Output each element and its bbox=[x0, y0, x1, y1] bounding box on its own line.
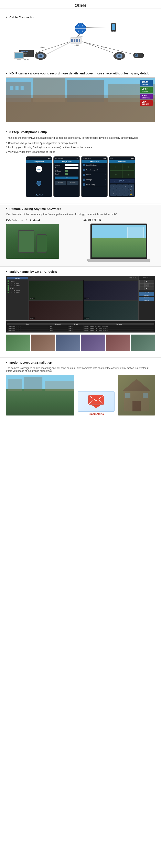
phone-app-title-1: vMEyeCloud bbox=[26, 160, 52, 163]
cms-ptz-control: ▲ ◄ ● ► ▼ bbox=[139, 280, 154, 290]
motion-outdoor-image bbox=[6, 375, 74, 415]
btn-advance[interactable]: Advance bbox=[139, 299, 154, 301]
svg-rect-8 bbox=[76, 39, 78, 42]
phone-status-bar-2: vMEyeCloud●●● bbox=[54, 157, 79, 160]
ptz-right[interactable]: ► bbox=[149, 283, 154, 287]
mobile-devices-image bbox=[6, 224, 59, 259]
section-sep-3 bbox=[0, 204, 161, 204]
ptz-upright[interactable] bbox=[149, 280, 154, 283]
log-msg-2: Contact Subject Card Tag to be done bbox=[84, 327, 154, 329]
svg-rect-53 bbox=[8, 379, 22, 391]
cms-cam-5[interactable]: 192.168.0.185 bbox=[7, 289, 28, 291]
cms-cell-label-2: CAM2 bbox=[84, 298, 89, 299]
cms-cam-6[interactable]: 192.168.0.108 bbox=[7, 291, 28, 294]
phone-content-3: Local Playback › Remote playback › Photo… bbox=[82, 163, 107, 197]
thumb-4 bbox=[81, 335, 105, 351]
svg-line-36 bbox=[82, 42, 113, 53]
remote-section-title: • Remote Viewing Anytime Anywhere bbox=[6, 207, 155, 211]
svg-text:Cable: Cable bbox=[41, 46, 45, 48]
log-header-event: Event bbox=[68, 323, 84, 325]
menu-item-local[interactable]: Local Playback › bbox=[82, 163, 107, 167]
cms-sidebar: Monitor CAMOV 192.168.0.101 192.168.0.10… bbox=[6, 276, 29, 320]
log-time-3: 2014-09-28 22:33:22 bbox=[7, 329, 48, 331]
btn-record[interactable]: Record bbox=[139, 292, 154, 294]
svg-rect-52 bbox=[6, 389, 74, 415]
svg-rect-39 bbox=[15, 53, 23, 58]
cms-cam-1[interactable]: CAMOV bbox=[7, 280, 28, 282]
phone-content-2: User ID: Password: Keep Password: Cloud:… bbox=[54, 163, 79, 197]
log-time-2: 2014-09-28 22:33:22 bbox=[7, 327, 48, 329]
ptz-downleft[interactable] bbox=[139, 287, 144, 290]
menu-item-settings[interactable]: Settings › bbox=[82, 178, 107, 182]
phone-screen-2: vMEyeCloud●●● vMEyeCloud User ID: Passwo… bbox=[53, 156, 80, 197]
ptz-center[interactable]: ● bbox=[144, 283, 149, 287]
cms-cell-2: CAM2 bbox=[84, 280, 138, 300]
multichannel-title: • Multi Channel by CMS/PC review bbox=[6, 270, 155, 274]
svg-line-16 bbox=[86, 27, 111, 27]
svg-rect-19 bbox=[23, 51, 25, 52]
cms-video-grid: CAM1 CAM2 CAM3 CAM4 bbox=[29, 280, 138, 320]
svg-rect-50 bbox=[21, 86, 24, 90]
ptz-downright[interactable] bbox=[149, 287, 154, 290]
page-title: Other bbox=[0, 0, 161, 9]
email-alert-container: Email Alerts bbox=[76, 391, 116, 415]
svg-rect-46 bbox=[67, 80, 104, 102]
resolution-image: 1080P1920×1080 960P1280×960 720P1280×720… bbox=[6, 78, 155, 122]
bullet-icon-6: • bbox=[6, 361, 7, 365]
ptz-down[interactable]: ▼ bbox=[144, 287, 149, 290]
phone-screen-1: 3G●●● vMEyeCloud MEye MEye Tech bbox=[26, 156, 52, 197]
section-sep-1 bbox=[0, 68, 161, 68]
ptz-up[interactable]: ▲ bbox=[144, 280, 149, 283]
camera-icon-1 bbox=[36, 181, 42, 186]
resolution-boxes: 1080P1920×1080 960P1280×960 720P1280×720… bbox=[140, 80, 153, 106]
log-msg-3: Contact Subject Card Tag to be done bbox=[84, 329, 154, 331]
svg-rect-7 bbox=[74, 39, 75, 42]
log-header-time: Time bbox=[7, 323, 48, 325]
cable-section-title: • Cable Connection bbox=[6, 15, 155, 19]
remote-platforms: iOS (pad&phone) / Android COM bbox=[6, 218, 155, 262]
hd-text: HD IP camera allows you to record more d… bbox=[9, 71, 149, 75]
thumb-1 bbox=[6, 335, 30, 351]
ptz-upleft[interactable] bbox=[139, 280, 144, 283]
cms-cell-3: CAM3 bbox=[29, 300, 83, 320]
res-1080-box: 1080P1920×1080 bbox=[140, 80, 153, 86]
svg-rect-45 bbox=[33, 78, 65, 102]
motion-section: • Motion Detection&Email Alert The camer… bbox=[0, 358, 161, 419]
step-3: 3.View Live Video from Smartphone or Tab… bbox=[6, 150, 155, 154]
cms-date-display: 2014-09-28 bbox=[139, 277, 154, 278]
computer-label: COMPUTER bbox=[83, 218, 155, 222]
cms-cam-3[interactable]: 192.168.0.108 bbox=[7, 285, 28, 287]
cms-toolbar: Monitor PTZ Control bbox=[29, 276, 138, 280]
res-vga-box: VGA640×480 bbox=[140, 100, 153, 106]
btn-capture[interactable]: Capture bbox=[139, 297, 154, 299]
email-icon-container bbox=[78, 391, 114, 412]
laptop-screen-content bbox=[92, 225, 146, 257]
cms-cam-2[interactable]: 192.168.0.101 bbox=[7, 282, 28, 285]
cms-cell-label-3: CAM3 bbox=[30, 317, 35, 319]
cms-log-table: Time Channel Event Message 2014-09-28 22… bbox=[7, 323, 154, 332]
ptz-left[interactable]: ◄ bbox=[139, 283, 144, 287]
multichannel-section: • Multi Channel by CMS/PC review Monitor… bbox=[0, 268, 161, 356]
bullet-icon-2: • bbox=[6, 71, 7, 75]
thumb-6 bbox=[131, 335, 155, 351]
cms-cam-4[interactable]: CAMP bbox=[7, 287, 28, 289]
hd-section-title: • HD IP camera allows you to record more… bbox=[6, 71, 155, 75]
log-msg-1: Contact Subject Remained to window bbox=[84, 325, 154, 327]
menu-item-about[interactable]: About & Help › bbox=[82, 183, 107, 187]
log-header-message: Message bbox=[84, 323, 154, 325]
log-chan-2: CAMP bbox=[48, 327, 68, 329]
svg-rect-54 bbox=[24, 377, 43, 391]
btn-playback[interactable]: Playback bbox=[139, 294, 154, 296]
cms-cell-1: CAM1 bbox=[29, 280, 83, 300]
log-time-1: 2014-09-28 22:33:22 bbox=[7, 325, 48, 327]
setup-steps: 1.Download VMEyecloud from Apple App Sto… bbox=[6, 141, 155, 154]
log-row-2: 2014-09-28 22:33:22 CAMP Motion Contact … bbox=[7, 327, 154, 329]
phone-content-4: + + + + MEye Tech Download Free - App St… bbox=[109, 163, 135, 197]
remote-section: • Remote Viewing Anytime Anywhere View l… bbox=[0, 205, 161, 266]
tablet-device bbox=[18, 230, 34, 253]
menu-item-photos[interactable]: Photos › bbox=[82, 173, 107, 177]
menu-item-remote[interactable]: Remote playback › bbox=[82, 168, 107, 172]
log-chan-1: CAMP bbox=[48, 325, 68, 327]
hd-section: • HD IP camera allows you to record more… bbox=[0, 69, 161, 126]
svg-rect-44 bbox=[6, 82, 31, 102]
